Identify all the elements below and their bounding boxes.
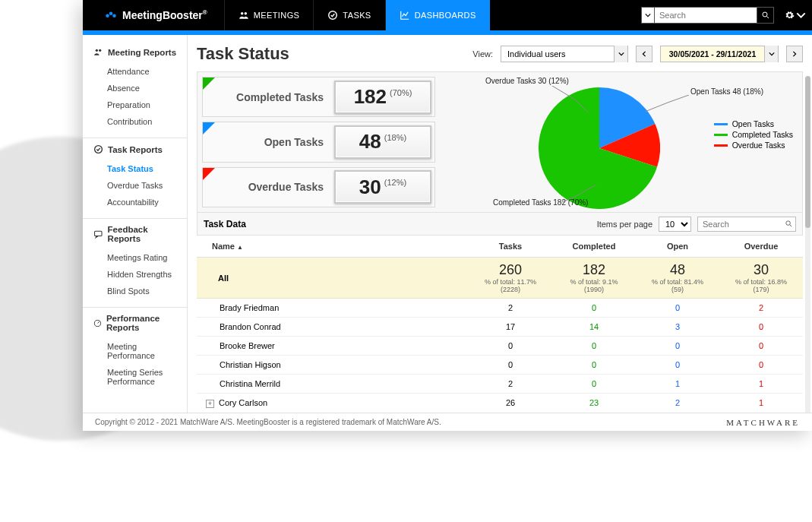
- sidebar-item-contribution[interactable]: Contribution: [93, 113, 181, 130]
- card-open-tasks: Open Tasks 48(18%): [202, 122, 435, 162]
- people-icon: [93, 47, 103, 57]
- search-icon: [761, 11, 770, 20]
- date-prev-button[interactable]: [636, 46, 652, 62]
- sidebar-head-performance-reports: Performance Reports: [93, 314, 181, 332]
- svg-point-3: [241, 12, 244, 14]
- sidebar-item-meeting-series-performance[interactable]: Meeting Series Performance: [93, 364, 181, 390]
- gauge-icon: [93, 318, 102, 328]
- leader-line: [560, 185, 598, 207]
- chevron-down-icon: [796, 10, 806, 21]
- card-pct: (12%): [384, 178, 406, 187]
- table-row[interactable]: +Cory Carlson262321: [197, 394, 803, 413]
- sidebar-item-meetings-rating[interactable]: Meetings Rating: [93, 249, 181, 266]
- brand-logo: MeetingBooster®: [83, 8, 224, 22]
- card-label: Overdue Tasks: [203, 181, 334, 193]
- pie-chart: Overdue Tasks 30 (12%) Open Tasks 48 (18…: [440, 72, 802, 212]
- topbar: MeetingBooster® MEETINGS TASKS DASHBOARD…: [83, 0, 812, 30]
- pie-label-overdue: Overdue Tasks 30 (12%): [485, 77, 569, 85]
- svg-point-0: [106, 14, 109, 18]
- pie-legend: Open Tasks Completed Tasks Overdue Tasks: [714, 118, 793, 151]
- table-summary-row: All260% of total: 11.7%(2228)182% of tot…: [197, 258, 803, 299]
- search-scope-dropdown[interactable]: [641, 7, 655, 24]
- search-input[interactable]: [655, 7, 757, 24]
- summary-panel: Completed Tasks 182(70%) Open Tasks 48(1…: [197, 71, 803, 213]
- pie-label-open: Open Tasks 48 (18%): [690, 87, 763, 96]
- sidebar-head-task-reports: Task Reports: [93, 144, 181, 154]
- task-data-toolbar: Task Data Items per page 10: [197, 213, 803, 236]
- sidebar-item-preparation[interactable]: Preparation: [93, 96, 181, 113]
- svg-rect-10: [95, 231, 102, 236]
- sidebar-item-overdue-tasks[interactable]: Overdue Tasks: [93, 177, 181, 194]
- nav-meetings[interactable]: MEETINGS: [224, 0, 314, 30]
- task-data-search-button[interactable]: [782, 220, 795, 228]
- date-next-button[interactable]: [786, 46, 803, 62]
- task-data-title: Task Data: [204, 219, 591, 229]
- page-title: Task Status: [197, 44, 465, 64]
- table-row[interactable]: Christian Higson0000: [197, 356, 803, 375]
- items-per-page-select[interactable]: 10: [659, 217, 691, 232]
- footer: Copyright © 2012 - 2021 MatchWare A/S. M…: [83, 413, 812, 431]
- sidebar-head-feedback-reports: Feedback Reports: [93, 225, 181, 243]
- chart-icon: [400, 10, 410, 21]
- sidebar-item-meeting-performance[interactable]: Meeting Performance: [93, 338, 181, 364]
- nav-tasks[interactable]: TASKS: [313, 0, 384, 30]
- svg-point-2: [112, 14, 116, 18]
- table-row[interactable]: Christina Merrild2011: [197, 375, 803, 394]
- card-value: 182: [354, 85, 387, 109]
- items-per-page-label: Items per page: [597, 220, 652, 229]
- card-completed-tasks: Completed Tasks 182(70%): [202, 77, 435, 117]
- sidebar-item-absence[interactable]: Absence: [93, 80, 181, 96]
- col-overdue[interactable]: Overdue: [719, 236, 803, 258]
- date-range-value: 30/05/2021 - 29/11/2021: [661, 49, 764, 59]
- search-button[interactable]: [757, 7, 774, 24]
- global-search: [641, 7, 774, 24]
- search-icon: [785, 220, 793, 228]
- sidebar-item-accountability[interactable]: Accountability: [93, 194, 181, 210]
- table-row[interactable]: Brooke Brewer0000: [197, 337, 803, 356]
- svg-point-1: [109, 12, 113, 16]
- expand-icon[interactable]: +: [206, 400, 214, 408]
- chevron-down-icon: [614, 46, 627, 62]
- nav-dashboards[interactable]: DASHBOARDS: [385, 0, 490, 30]
- sidebar-item-hidden-strengths[interactable]: Hidden Strengths: [93, 266, 181, 283]
- check-circle-icon: [93, 144, 103, 154]
- col-tasks[interactable]: Tasks: [469, 236, 552, 258]
- sidebar-item-task-status[interactable]: Task Status: [93, 160, 181, 177]
- sidebar: Meeting Reports Attendance Absence Prepa…: [83, 35, 188, 413]
- chevron-down-icon: [645, 12, 651, 18]
- svg-point-8: [99, 49, 101, 52]
- footer-brand: MATCHWARE: [726, 418, 800, 427]
- col-completed[interactable]: Completed: [552, 236, 636, 258]
- task-data-table: Name ▲ Tasks Completed Open Overdue All2…: [197, 236, 803, 413]
- card-pct: (18%): [384, 133, 406, 142]
- copyright-text: Copyright © 2012 - 2021 MatchWare A/S. M…: [95, 418, 441, 426]
- settings-menu[interactable]: [785, 10, 806, 21]
- people-icon: [239, 10, 249, 21]
- view-select-value: Individual users: [501, 49, 614, 59]
- leader-line: [645, 95, 690, 118]
- leader-line: [552, 86, 590, 116]
- speech-icon: [93, 229, 103, 239]
- task-data-search-input[interactable]: [698, 220, 782, 229]
- scrollbar-thumb[interactable]: [805, 76, 810, 228]
- brand-icon: [104, 8, 118, 22]
- card-value: 48: [359, 130, 381, 153]
- gear-icon: [785, 10, 795, 21]
- card-value: 30: [359, 176, 381, 199]
- view-select[interactable]: Individual users: [501, 46, 628, 62]
- sidebar-item-blind-spots[interactable]: Blind Spots: [93, 283, 181, 299]
- view-label: View:: [472, 49, 493, 59]
- sidebar-item-attendance[interactable]: Attendance: [93, 63, 181, 80]
- col-name[interactable]: Name ▲: [197, 236, 469, 258]
- table-row[interactable]: Brady Friedman2002: [197, 299, 803, 318]
- scrollbar[interactable]: [805, 76, 810, 413]
- sidebar-head-meeting-reports: Meeting Reports: [93, 47, 181, 57]
- main-content: Task Status View: Individual users 30/05…: [188, 35, 812, 413]
- col-open[interactable]: Open: [636, 236, 719, 258]
- date-range-select[interactable]: 30/05/2021 - 29/11/2021: [660, 46, 779, 62]
- check-circle-icon: [327, 10, 338, 21]
- chevron-down-icon: [764, 46, 778, 62]
- card-label: Open Tasks: [203, 136, 334, 148]
- card-overdue-tasks: Overdue Tasks 30(12%): [202, 167, 435, 207]
- table-row[interactable]: Brandon Conrad171430: [197, 318, 803, 337]
